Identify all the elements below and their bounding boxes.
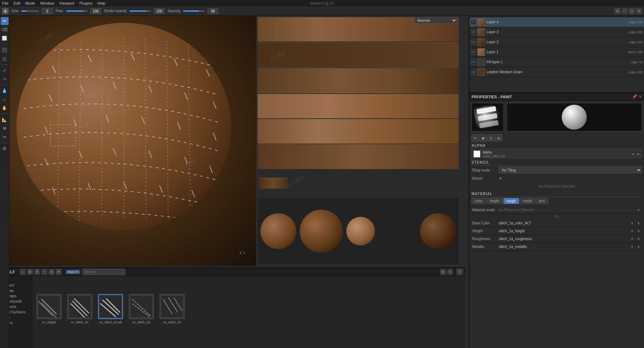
base-color-expand-btn[interactable]: ▼ [636,221,641,226]
paint-tool[interactable]: ✏ [1,17,9,25]
svg-line-23 [213,133,216,140]
height-close-btn[interactable]: ✕ [630,229,635,234]
svg-line-2 [102,39,102,219]
layer-visibility-btn[interactable]: ● [471,70,476,75]
metallic-close-btn[interactable]: ✕ [630,244,635,249]
layer-visibility-btn[interactable]: ● [471,60,476,65]
layer-visibility-btn[interactable]: ● [471,40,476,45]
smudge-tool[interactable]: ∿ [1,75,9,83]
table-row[interactable]: ● Leather Medium Grain Ldge 100 [469,67,644,77]
menu-window[interactable]: Window [40,1,54,5]
fill-tool[interactable]: ⬛ [1,46,9,54]
svg-line-11 [206,69,210,76]
material-mode-expand-btn[interactable]: ▼ [636,208,641,213]
settings-tool[interactable]: ⚙ [1,145,9,153]
shelf-icon-import[interactable]: ⬆ [34,269,40,275]
flow-slider[interactable] [66,10,88,12]
layer-opacity: 100 [637,50,643,54]
select-tool[interactable]: ◱ [1,55,9,63]
list-item[interactable]: vv_staple [35,294,63,330]
svg-rect-43 [69,296,91,317]
flow-value[interactable]: 100 [91,8,101,14]
size-slider[interactable] [21,10,39,12]
hand-tool[interactable]: ✋ [1,104,9,112]
shelf-icon-home[interactable]: ⌂ [20,269,26,275]
properties-pin-btn[interactable]: 📌 [632,94,637,99]
layer-visibility-btn[interactable]: ● [471,30,476,35]
menu-help[interactable]: Help [97,1,106,5]
table-row[interactable]: ● Layer 1 Norm 100 [469,47,644,57]
svg-rect-38 [479,120,499,128]
size-value[interactable]: 5 [42,8,53,14]
tab-height[interactable]: height [487,198,503,204]
brush-mode-tab-2[interactable]: ◉ [479,134,487,141]
menu-bar: File Edit Mode Window Viewport Plugins H… [0,0,644,6]
menu-mode[interactable]: Mode [25,1,35,5]
height-expand-btn[interactable]: ▼ [636,229,641,234]
clone-tool[interactable]: ⊕ [1,124,9,132]
layer-opacity: 31 [639,60,643,64]
table-row[interactable]: ● Layer 2 Ldge 100 [469,37,644,47]
alpha-close-btn[interactable]: ✕ [631,152,634,156]
mat-view-dropdown[interactable]: Material [414,17,457,24]
stencil-expand-btn[interactable]: ▼ [499,177,502,180]
colorpick-tool[interactable]: 💧 [1,87,9,95]
list-item[interactable]: vv_stitch_03 [158,294,186,330]
stencil-tiling-select[interactable]: No Tiling [499,167,642,173]
zoom-tool[interactable]: ⌕ [1,95,9,103]
base-color-close-btn[interactable]: ✕ [630,221,635,226]
layer-thumbnail [477,18,485,26]
toolbar-icon-1[interactable]: ⊞ [615,8,620,14]
tab-rough[interactable]: rough [503,198,519,204]
list-item[interactable]: vv_stitch_02 [127,294,155,330]
menu-viewport[interactable]: Viewport [59,1,74,5]
roughness-expand-btn[interactable]: ▼ [636,237,641,242]
shelf-extra-btn[interactable]: ⊡ [457,269,463,275]
properties-close-btn[interactable]: ✕ [639,94,642,99]
table-row[interactable]: ● Layer 3 Ldge 100 [469,27,644,37]
measure-tool[interactable]: 📐 [1,116,9,124]
symmetry-tool[interactable]: ⇔ [1,133,9,141]
eraser-tool[interactable]: ⌫ [1,26,9,34]
filter-tag-close[interactable]: ✕ [75,270,78,274]
stroke-opacity-value[interactable]: 100 [154,8,165,14]
list-item[interactable]: vv_stitch_01 [66,294,94,330]
brush-mode-tab-1[interactable]: ✏ [472,134,479,141]
shelf-icon-grid[interactable]: ⊞ [27,269,33,275]
tab-metal[interactable]: metal [520,198,535,204]
spacing-slider[interactable] [183,10,205,12]
roughness-close-btn[interactable]: ✕ [630,237,635,242]
menu-plugins[interactable]: Plugins [79,1,92,5]
shelf-search-input[interactable] [82,269,125,275]
tab-arm[interactable]: arm [536,198,548,204]
layer-visibility-btn[interactable]: ● [471,50,476,55]
toolbar-icon-3[interactable]: ⊡ [629,8,635,14]
toolbar-icon-2[interactable]: □ [622,8,628,14]
transform-tool[interactable]: ⤢ [1,66,9,74]
shelf-icon-add[interactable]: + [42,269,47,275]
shelf-filter-tag[interactable]: Impo ✕ [66,270,80,274]
svg-line-15 [149,85,152,93]
list-item[interactable]: vv_stitch_01-alt [97,294,125,330]
stencil-no-resource: No Resource Selected [472,183,642,190]
svg-line-19 [74,119,77,126]
tab-color[interactable]: color [472,198,486,204]
shelf-icon-settings[interactable]: ⚙ [49,269,54,275]
brush-mode-tab-3[interactable]: ⊡ [487,134,494,141]
toolbar-icon-4[interactable]: ⊟ [636,8,642,14]
brush-mode-tab-4[interactable]: ◈ [495,134,502,141]
menu-edit[interactable]: Edit [14,1,20,5]
menu-file[interactable]: File [2,1,9,5]
table-row[interactable]: ● Fill layer 1 Ldge 31 [469,57,644,67]
layer-visibility-btn[interactable]: ● [471,20,476,25]
metallic-expand-btn[interactable]: ▼ [636,244,641,249]
alpha-expand-btn[interactable]: ▼ [636,152,640,156]
shelf-filter-btn[interactable]: ▼ [56,269,62,275]
main-viewport[interactable]: X Y [9,16,256,266]
shelf-expand-btn[interactable]: ⊞ [440,269,446,275]
table-row[interactable]: ● Layer 4 Ldge 100 [469,17,644,27]
shelf-close-btn[interactable]: ✕ [447,269,453,275]
stroke-opacity-slider[interactable] [130,10,151,12]
spacing-value[interactable]: 99 [208,8,218,14]
projection-tool[interactable]: ⬜ [1,34,9,42]
